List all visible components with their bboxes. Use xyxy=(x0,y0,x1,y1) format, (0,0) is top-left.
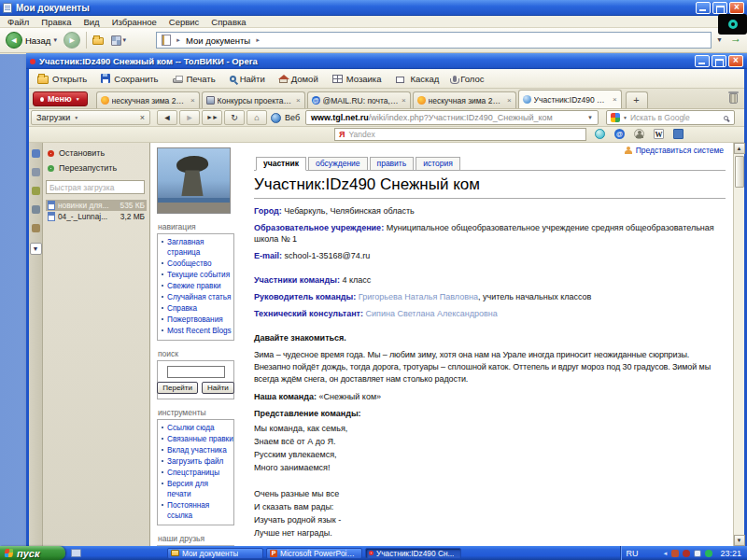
cascade-button[interactable]: Каскад xyxy=(396,74,440,84)
restore-icon[interactable] xyxy=(712,2,727,14)
widgets-panel-icon[interactable] xyxy=(32,168,40,176)
menu-item[interactable]: Сервис xyxy=(169,17,200,27)
taskbar-button-opera[interactable]: Участник:IDz490 Сн... xyxy=(365,548,461,559)
downloads-panel-icon[interactable]: ▼ xyxy=(30,243,42,255)
yandex-search-input[interactable] xyxy=(348,130,582,139)
menu-item[interactable]: Правка xyxy=(41,17,71,27)
browser-tab[interactable]: @@MAIL.RU: почта, нов...× xyxy=(307,91,411,108)
print-button[interactable]: Печать xyxy=(173,74,216,84)
back-dropdown-icon[interactable]: ▼ xyxy=(52,37,58,43)
search-icon[interactable] xyxy=(724,116,728,120)
tray-chevron-icon[interactable]: ◄ xyxy=(663,551,669,556)
google-search-input[interactable] xyxy=(630,113,721,122)
menu-item[interactable]: Вид xyxy=(83,17,99,27)
sidebar-link[interactable]: Пожертвования xyxy=(167,315,223,324)
notes-panel-icon[interactable] xyxy=(32,187,40,195)
views-dropdown-icon[interactable]: ▼ xyxy=(121,37,127,43)
menu-item[interactable]: Избранное xyxy=(112,17,157,27)
tab-close-icon[interactable]: × xyxy=(190,96,195,105)
sidebar-link[interactable]: Версия для печати xyxy=(167,480,208,498)
leader-link[interactable]: Григорьева Наталья Павловна xyxy=(359,292,478,301)
minimize-icon[interactable] xyxy=(696,2,711,14)
tab-close-icon[interactable]: × xyxy=(507,96,512,105)
scroll-down-icon[interactable]: ▼ xyxy=(734,535,745,546)
voice-button[interactable]: Голос xyxy=(453,74,484,84)
tray-icon-4[interactable] xyxy=(705,550,712,557)
tray-icon-3[interactable] xyxy=(694,550,701,557)
login-link[interactable]: Представиться системе xyxy=(625,146,724,155)
sidebar-link[interactable]: Случайная статья xyxy=(167,293,232,301)
page-scrollbar[interactable]: ▲ ▼ xyxy=(733,143,744,546)
back-icon[interactable]: ◄ xyxy=(157,110,177,125)
sidebar-link[interactable]: Most Recent Blogs xyxy=(167,327,232,335)
views-icon[interactable] xyxy=(111,35,121,46)
tab-close-icon[interactable]: × xyxy=(613,95,617,104)
contacts-icon[interactable] xyxy=(634,129,644,139)
new-tab-button[interactable]: + xyxy=(626,91,648,108)
close-icon[interactable] xyxy=(728,55,743,67)
address-dropdown-icon[interactable]: ▼ xyxy=(716,36,723,43)
wiki-page-tab[interactable]: править xyxy=(370,157,415,171)
yandex-search-box[interactable]: Я xyxy=(334,128,586,141)
history-panel-icon[interactable] xyxy=(32,205,40,214)
tray-icon-2[interactable] xyxy=(683,550,690,557)
downloads-panel-header[interactable]: Загрузки ▼ × xyxy=(31,110,150,125)
search-folder-icon[interactable] xyxy=(92,37,104,45)
menu-item[interactable]: Файл xyxy=(7,17,29,27)
start-button[interactable]: пуск xyxy=(0,546,65,560)
clock[interactable]: 23:21 xyxy=(720,549,741,558)
download-item[interactable]: новинки для... 535 КБ xyxy=(46,200,147,211)
tab-close-icon[interactable]: × xyxy=(296,96,301,105)
save-button[interactable]: Сохранить xyxy=(101,74,158,84)
panel-close-icon[interactable]: × xyxy=(140,113,145,122)
bookmarks-panel-icon[interactable] xyxy=(32,149,40,158)
download-item[interactable]: 04_-_Lunnaj... 3,2 МБ xyxy=(46,211,147,222)
sidebar-link[interactable]: Постоянная ссылка xyxy=(167,501,209,520)
sidebar-link[interactable]: Ссылки сюда xyxy=(167,424,214,432)
notes-icon[interactable] xyxy=(673,129,684,139)
sidebar-link[interactable]: Справка xyxy=(167,304,197,313)
language-indicator[interactable]: RU xyxy=(627,549,639,558)
browser-tab[interactable]: нескучная зима 2011 о...× xyxy=(96,91,200,108)
browser-tab[interactable]: Конкурсы проекта ДО...× xyxy=(202,91,305,108)
reload-icon[interactable]: ↻ xyxy=(224,110,245,125)
sidebar-link[interactable]: Спецстраницы xyxy=(167,469,219,477)
back-icon[interactable]: ◄ xyxy=(6,32,22,49)
web-button[interactable]: Веб xyxy=(271,110,300,125)
close-icon[interactable] xyxy=(729,2,744,14)
wiki-page-tab[interactable]: обсуждение xyxy=(308,157,368,171)
mail-at-icon[interactable]: @ xyxy=(614,129,625,139)
wiki-page-tab[interactable]: история xyxy=(416,157,460,171)
find-button[interactable]: Найти xyxy=(230,74,265,84)
address-dropdown-icon[interactable]: ▼ xyxy=(587,115,593,120)
sidebar-link[interactable]: Вклад участника xyxy=(167,446,227,455)
sidebar-link[interactable]: Текущие события xyxy=(167,271,230,279)
home-icon[interactable]: ⌂ xyxy=(247,110,267,125)
go-button[interactable]: Перейти xyxy=(157,382,198,394)
show-desktop-icon[interactable] xyxy=(71,549,81,557)
menu-item[interactable]: Справка xyxy=(211,17,246,27)
scrollbar-thumb[interactable] xyxy=(735,156,744,188)
links-panel-icon[interactable] xyxy=(32,224,40,232)
maximize-icon[interactable] xyxy=(712,55,726,67)
explorer-address-bar[interactable]: ► Мои документы ► xyxy=(156,32,712,49)
address-bar[interactable]: www.tgl.net.ru/wiki/index.php?Участник:I… xyxy=(305,110,599,125)
sidebar-link[interactable]: Заглавная страница xyxy=(167,238,204,257)
wiki-search-input[interactable] xyxy=(167,366,225,378)
trash-icon[interactable] xyxy=(729,93,738,104)
stop-download-button[interactable]: Остановить xyxy=(48,148,145,158)
find-button[interactable]: Найти xyxy=(202,382,234,394)
sidebar-link[interactable]: Связанные правки xyxy=(167,435,233,443)
sidebar-link[interactable]: Сообщество xyxy=(167,259,212,268)
wiki-page-tab[interactable]: участник xyxy=(256,157,306,171)
scroll-up-icon[interactable]: ▲ xyxy=(734,143,745,154)
forward-icon[interactable]: ► xyxy=(179,110,200,125)
taskbar-button-documents[interactable]: Мои документы xyxy=(167,548,263,559)
tile-button[interactable]: Мозаика xyxy=(332,74,382,84)
browser-tab-active[interactable]: Участник:IDz490 Снеж...× xyxy=(518,90,622,108)
home-button[interactable]: Домой xyxy=(279,74,318,84)
sidebar-link[interactable]: Загрузить файл xyxy=(167,457,223,466)
breadcrumb[interactable]: Мои документы xyxy=(186,35,250,46)
engine-dropdown-icon[interactable]: ▼ xyxy=(623,115,627,120)
tab-close-icon[interactable]: × xyxy=(402,96,406,105)
